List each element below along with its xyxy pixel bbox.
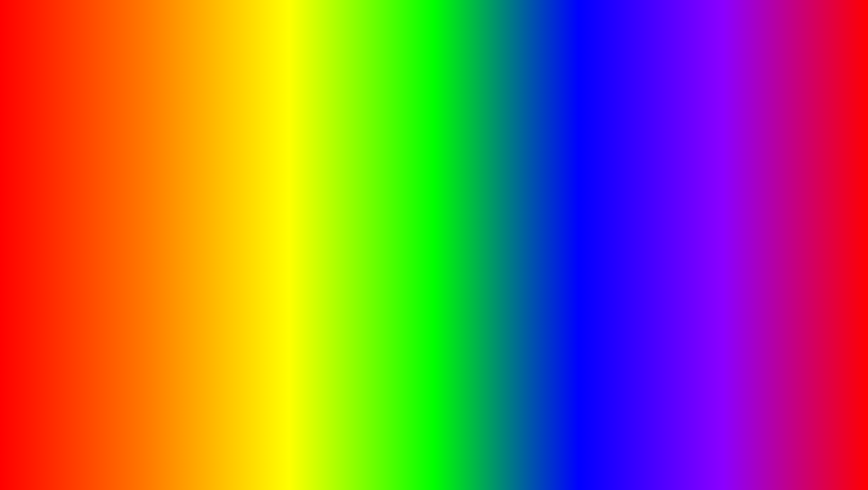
brand-logo: 💀 BL☆X FRUITS (721, 410, 846, 468)
settings-row-2[interactable]: Fast Tween ✓ (146, 194, 247, 204)
others-toggle-2[interactable] (819, 200, 826, 206)
settings-header: Settings (146, 167, 247, 174)
script-text: SCRIPT (328, 426, 444, 462)
mirage-column: Mirage / Moon Mirage Island: No Moon: 50… (603, 167, 713, 244)
moon-label: Moon: 50% (608, 187, 635, 193)
tab-player[interactable]: Player (107, 151, 130, 160)
right-divider (603, 230, 713, 230)
main-title-container: BLOX FRUITS (0, 9, 868, 83)
right-tab-raid[interactable]: Raid (705, 151, 723, 160)
farm-header: Farm (40, 167, 142, 178)
teleport-mirage-toggle[interactable] (705, 211, 711, 218)
auto-farm-text: AUTO FARM (18, 415, 319, 472)
farm-row-4: Castle Raid (40, 226, 142, 235)
others-row-1[interactable]: Auto Bartlio Quest (717, 190, 828, 199)
teleport-mirage-row[interactable]: Teleport To Mirage Island (603, 210, 713, 219)
others-toggle-4[interactable] (819, 218, 826, 224)
main-title-text: BLOX FRUITS (167, 4, 701, 87)
settings-item-4-toggle[interactable] (239, 215, 246, 222)
right-panel-two-col: Mirage / Moon Mirage Island: No Moon: 50… (603, 167, 828, 244)
auto-drive-boat-label: Auto Drive Boat (604, 202, 642, 209)
svg-point-3 (180, 105, 184, 109)
svg-point-17 (804, 105, 809, 109)
svg-point-9 (447, 105, 452, 109)
material-farm-label: Material Farm (604, 233, 638, 240)
farm-divider-2 (40, 223, 142, 224)
pastebin-text: PASTEBIN (453, 426, 610, 462)
settings-item-1-label: Auto Use Awakening (148, 187, 197, 193)
settings-item-5-label: Auto Click (148, 224, 172, 231)
right-panel-tabs: Z Zaque Hub Combat Teleport Raid Shop (599, 149, 831, 163)
right-panel-logo: Z Zaque Hub (603, 151, 645, 161)
settings-item-3-toggle[interactable]: ✓ (240, 205, 246, 213)
smooth-no-lag-label: SMOOTH NO LAG (620, 121, 832, 148)
right-tab-teleport[interactable]: Teleport (677, 151, 703, 161)
others-item-4: Auto Rainbow Haki (719, 218, 765, 224)
svg-point-14 (671, 108, 675, 113)
svg-point-11 (537, 105, 541, 109)
teleport-gear-row[interactable]: Teleport To Gear (603, 219, 713, 228)
right-tab-shop[interactable]: Shop (725, 151, 745, 160)
settings-item-3-label: Bring Mob (148, 206, 174, 212)
settings-row-3[interactable]: Bring Mob ✓ (146, 204, 247, 214)
others-row-3[interactable]: Auto Musketeer Hat (717, 208, 828, 217)
settings-item-4-label: Bypass TP (148, 215, 174, 222)
tab-main[interactable]: Main (87, 151, 106, 161)
left-panel-logo: Z Zaque Hub (40, 151, 83, 161)
svg-point-12 (581, 108, 586, 113)
farm-divider-1 (40, 192, 142, 193)
lights-string (4, 102, 864, 114)
mirage-island-row: Mirage Island: No (606, 178, 710, 186)
right-tab-combat[interactable]: Combat (649, 151, 675, 160)
characters (376, 280, 492, 383)
auto-drive-boat-toggle[interactable] (705, 202, 711, 209)
settings-item-1-toggle[interactable] (239, 187, 246, 193)
svg-point-7 (358, 105, 362, 109)
settings-item-0-toggle[interactable] (239, 178, 246, 184)
tab-combat[interactable]: Combat (161, 151, 188, 160)
others-item-5: Auto Observation Haki v2 (719, 227, 780, 233)
others-row-2[interactable]: Auto Holy Torch (717, 199, 828, 208)
farm-row-3[interactable]: Auto Random Bone (40, 213, 142, 222)
settings-row-1[interactable]: Auto Use Awakening (146, 185, 247, 194)
others-row-4[interactable]: Auto Rainbow Haki (717, 217, 828, 226)
settings-item-6-toggle[interactable]: ✓ (240, 233, 246, 241)
others-header: Others (717, 167, 828, 178)
farm-item-1-label: Farm Bone (42, 196, 71, 202)
farm-item-3-toggle[interactable] (134, 214, 140, 220)
others-toggle-5[interactable] (819, 227, 826, 233)
brand-fruits-text: FRUITS (757, 436, 835, 461)
settings-row-5[interactable]: Auto Click (146, 223, 247, 232)
settings-item-2-toggle[interactable]: ✓ (240, 196, 246, 203)
work-line2: FOR MOBILE (587, 268, 765, 298)
mirage-title: Mirage / Moon (606, 170, 710, 176)
brand-blox-text: BL☆X (757, 416, 835, 436)
skull-icon: 💀 (731, 428, 754, 449)
teleport-gear-toggle[interactable] (705, 220, 711, 227)
right-panel-content: Mirage / Moon Mirage Island: No Moon: 50… (599, 163, 831, 247)
others-toggle-3[interactable] (819, 209, 826, 215)
settings-row-4[interactable]: Bypass TP (146, 214, 247, 223)
others-item-6: Auto Eye Race V3 (719, 236, 763, 242)
others-row-6[interactable]: Auto Eye Race V3 (717, 235, 828, 244)
settings-row-6[interactable]: Remove Game Notifications ✓ (146, 232, 247, 242)
moon-row: Moon: 50% (606, 186, 710, 194)
others-item-3: Auto Musketeer Hat (719, 209, 766, 215)
others-row-5[interactable]: Auto Observation Haki v2 (717, 226, 828, 235)
farm-row-1: Farm Bone (40, 195, 142, 204)
farm-row-2[interactable]: Auto Farm Bone(Main) (40, 204, 142, 213)
others-toggle-6[interactable] (819, 236, 826, 242)
settings-column: Settings Auto Set Spawn Points Auto Use … (146, 167, 247, 242)
others-row-0[interactable]: Auto Open Phoenix Raid (717, 181, 828, 190)
auto-drive-boat-row[interactable]: Auto Drive Boat (603, 201, 713, 210)
farm-column: Farm Auto Farm Level(Main) ✓ Farm Bone A… (40, 167, 142, 242)
farm-item-0-toggle[interactable]: ✓ (135, 182, 140, 189)
settings-row-0[interactable]: Auto Set Spawn Points (146, 176, 247, 185)
tab-race-v4[interactable]: Race V4 (132, 151, 160, 160)
teleport-mirage-label: Teleport To Mirage Island (604, 211, 665, 218)
farm-row-0[interactable]: Auto Farm Level(Main) ✓ (40, 181, 142, 191)
farm-item-2-toggle[interactable] (134, 205, 140, 211)
others-toggle-1[interactable] (819, 191, 826, 197)
settings-item-5-toggle[interactable] (239, 224, 246, 231)
others-toggle-0[interactable] (819, 182, 826, 188)
